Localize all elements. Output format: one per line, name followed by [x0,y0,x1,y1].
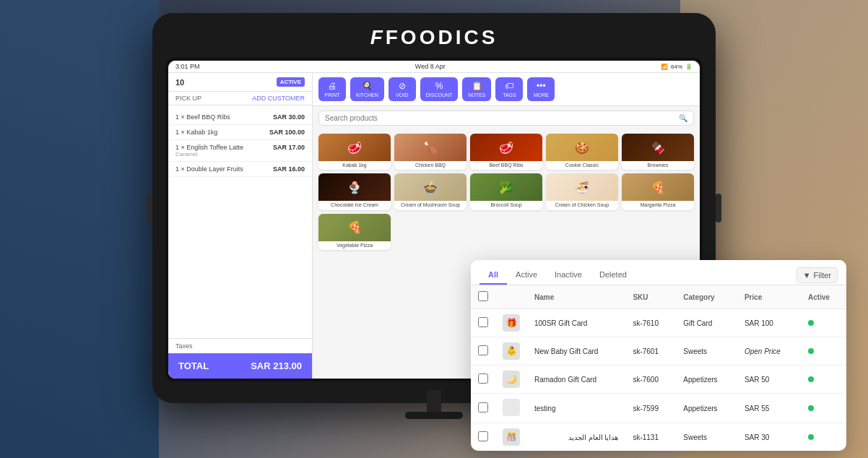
item-price: SAR 30.00 [273,113,305,121]
col-price[interactable]: Price [737,285,801,309]
row-name: New Baby Gift Card [527,337,625,366]
product-name: Margarita Pizza [622,201,694,209]
battery-icon: 🔋 [685,64,693,70]
order-type: PICK UP [175,95,201,102]
product-image: 🥩 [318,134,391,161]
tags-button[interactable]: 🏷 TAGS [495,77,523,101]
product-card[interactable]: 🍪 Cookie Classic [546,134,618,170]
row-checkbox[interactable] [478,373,488,384]
row-price: SAR 100 [737,309,801,337]
search-icon: 🔍 [679,114,687,122]
col-name[interactable]: Name [527,285,625,309]
order-item[interactable]: 1 × Kabab 1kg SAR 100.00 [168,125,312,140]
active-indicator [808,348,814,354]
order-number: 10 [175,78,184,87]
status-time: 3:01 PM [175,63,200,70]
order-item[interactable]: 1 × Beef BBQ Ribs SAR 30.00 [168,110,312,125]
notes-icon: 📋 [472,81,482,91]
add-customer-link[interactable]: ADD CUSTOMER [252,95,305,102]
status-right: 📶 64% 🔋 [661,64,693,70]
overlay-panel: All Active Inactive Deleted ▼ Filter Nam… [471,260,846,451]
product-grid: 🥩 Kabab 1kg 🍗 Chicken BBQ 🥩 Beef BBQ Rib… [313,130,700,254]
product-card[interactable]: 🍜 Cream of Chicken Soup [546,173,618,209]
product-image: 🥦 [470,173,542,201]
active-indicator [808,320,814,326]
product-card[interactable]: 🍕 Margarita Pizza [622,173,694,209]
void-button[interactable]: ⊘ VOID [389,77,416,101]
product-card[interactable]: 🥦 Broccoli Soup [470,173,542,209]
stand-base [405,412,463,419]
order-header: 10 ACTIVE [168,73,312,92]
product-card[interactable]: 🥩 Beef BBQ Ribs [470,134,542,170]
filter-button[interactable]: ▼ Filter [797,267,838,283]
tab-inactive[interactable]: Inactive [546,266,591,285]
col-sku[interactable]: SKU [625,285,676,309]
item-name: 1 × Beef BBQ Ribs [175,113,230,121]
total-amount: SAR 213.00 [251,360,302,371]
table-row[interactable]: 🌙 Ramadon Gift Card sk-7600 Appetizers S… [471,366,846,394]
col-checkbox [471,285,495,309]
kitchen-label: KITCHEN [356,92,378,98]
device-stand [405,390,463,419]
order-item[interactable]: 1 × English Toffee Latte Caramel SAR 17.… [168,140,312,162]
order-total[interactable]: TOTAL SAR 213.00 [168,353,312,379]
more-icon: ••• [537,81,546,91]
order-item[interactable]: 1 × Double Layer Fruits SAR 16.00 [168,162,312,177]
kitchen-icon: 🍳 [362,81,373,91]
row-thumbnail [503,399,520,416]
row-checkbox[interactable] [478,431,488,441]
discount-icon: % [435,81,443,91]
product-name: Cream of Chicken Soup [546,201,618,209]
row-checkbox[interactable] [478,345,488,355]
row-name: هدايا العام الجديد [527,423,625,451]
row-thumbnail: 🎁 [503,314,520,332]
product-card[interactable]: 🍫 Brownies [622,134,694,170]
col-active[interactable]: Active [801,285,846,309]
product-card[interactable]: 🍨 Chocolate Ice Cream [318,173,391,209]
status-date: Wed 8 Apr [415,63,446,70]
device-right-button[interactable] [716,194,721,222]
product-card[interactable]: 🍕 Vegetable Pizza [318,214,391,250]
col-category[interactable]: Category [676,285,737,309]
discount-button[interactable]: % DISCOUNT [420,77,459,101]
order-taxes: Taxes [168,338,312,353]
table-row[interactable]: 🎊 هدايا العام الجديد sk-1131 Sweets SAR … [471,423,846,451]
table-row[interactable]: testing sk-7599 Appetizers SAR 55 [471,394,846,423]
select-all-checkbox[interactable] [478,291,488,301]
product-image: 🍕 [318,214,391,241]
wifi-icon: 📶 [661,64,668,70]
search-input[interactable] [325,114,679,122]
tab-all[interactable]: All [479,266,507,285]
table-row[interactable]: 🎁 100SR Gift Card sk-7610 Gift Card SAR … [471,309,846,337]
notes-button[interactable]: 📋 NOTES [462,77,491,101]
table-row[interactable]: 👶 New Baby Gift Card sk-7601 Sweets Open… [471,337,846,366]
order-items-list: 1 × Beef BBQ Ribs SAR 30.00 1 × Kabab 1k… [168,105,312,338]
print-label: PRINT [325,92,340,98]
row-checkbox[interactable] [478,402,488,412]
item-price: SAR 100.00 [269,129,305,136]
product-card[interactable]: 🍲 Cream of Mushroom Soup [394,173,466,209]
active-indicator [808,434,814,440]
product-name: Broccoli Soup [470,201,542,209]
order-subheader: PICK UP ADD CUSTOMER [168,92,312,105]
item-note: Caramel [175,151,243,157]
void-icon: ⊘ [399,81,406,91]
search-bar: 🔍 [318,111,694,126]
print-button[interactable]: 🖨 PRINT [318,77,346,101]
product-card[interactable]: 🥩 Kabab 1kg [318,134,391,170]
product-image: 🍕 [622,173,694,201]
row-checkbox[interactable] [478,317,488,327]
tab-active[interactable]: Active [507,266,546,285]
tags-icon: 🏷 [505,81,513,91]
row-price: SAR 50 [737,366,801,394]
filter-label: Filter [814,271,831,280]
product-card[interactable]: 🍗 Chicken BBQ [394,134,466,170]
kitchen-button[interactable]: 🍳 KITCHEN [350,77,384,101]
tab-deleted[interactable]: Deleted [591,266,635,285]
device-left-button[interactable] [147,194,152,222]
more-label: MORE [534,92,549,98]
row-thumbnail: 👶 [503,342,520,360]
order-status-badge: ACTIVE [277,77,305,87]
more-button[interactable]: ••• MORE [527,77,555,101]
item-price: SAR 16.00 [273,165,305,173]
